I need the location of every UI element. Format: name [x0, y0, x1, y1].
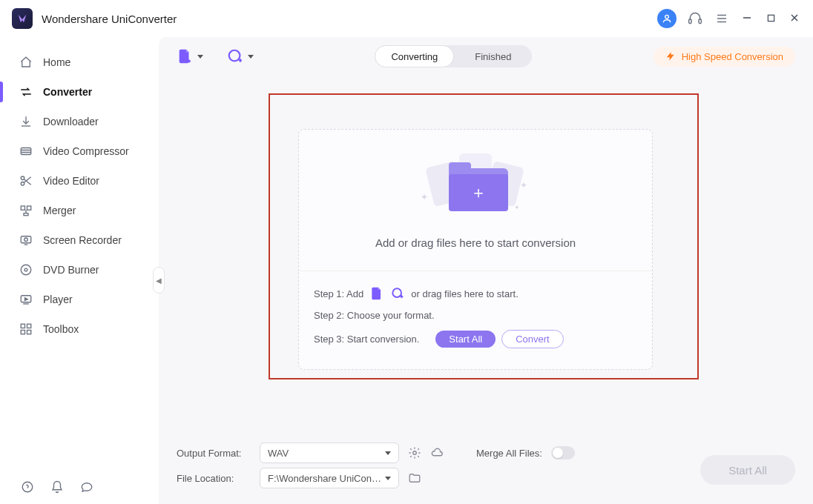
high-speed-conversion-button[interactable]: High Speed Conversion	[654, 47, 795, 67]
sidebar-item-home[interactable]: Home	[0, 47, 159, 77]
svg-rect-14	[27, 206, 31, 210]
svg-rect-2	[699, 19, 701, 24]
toolbar: Converting Finished High Speed Conversio…	[159, 37, 813, 76]
account-button[interactable]	[657, 9, 677, 28]
svg-rect-16	[21, 236, 31, 243]
svg-point-0	[665, 15, 669, 19]
add-file-icon	[177, 48, 193, 64]
maximize-button[interactable]	[764, 13, 777, 24]
scissors-icon	[19, 174, 33, 188]
download-icon	[19, 115, 33, 128]
player-icon	[19, 293, 33, 306]
svg-rect-23	[21, 331, 24, 334]
svg-rect-13	[21, 206, 24, 210]
sidebar-item-video-editor[interactable]: Video Editor	[0, 166, 159, 196]
drop-zone-headline: Add or drag files here to start conversi…	[375, 236, 576, 249]
screen-record-icon	[19, 233, 33, 247]
sidebar-item-converter[interactable]: Converter	[0, 77, 159, 107]
close-button[interactable]	[788, 13, 801, 24]
open-folder-icon[interactable]	[408, 471, 421, 485]
merge-toggle[interactable]	[551, 446, 575, 460]
svg-point-27	[393, 288, 402, 297]
bell-icon[interactable]	[49, 479, 65, 495]
sidebar-item-player[interactable]: Player	[0, 285, 159, 314]
sidebar-item-label: Merger	[43, 205, 76, 216]
start-all-button[interactable]: Start All	[700, 455, 795, 485]
sidebar-item-label: Converter	[43, 86, 92, 98]
footer: Output Format: WAV Merge All Files: File…	[159, 433, 813, 504]
toolbox-icon	[19, 322, 33, 336]
add-url-icon	[227, 48, 243, 64]
folder-artwork: ＋ ✦ ✦ ✦	[416, 152, 535, 219]
svg-rect-7	[768, 15, 774, 21]
step-2: Step 2: Choose your format.	[314, 305, 637, 325]
app-title: Wondershare UniConverter	[42, 13, 177, 25]
svg-point-26	[229, 50, 240, 62]
sidebar-item-label: Player	[43, 294, 73, 305]
merge-icon	[19, 204, 33, 217]
svg-point-19	[24, 268, 27, 271]
minimize-button[interactable]	[740, 13, 754, 24]
sidebar-item-label: Video Compressor	[43, 145, 129, 157]
step-1: Step 1: Add or drag files here to start.	[314, 282, 637, 305]
help-icon[interactable]	[19, 479, 36, 495]
svg-point-11	[21, 176, 24, 180]
sidebar: Home Converter Downloader Video Compress…	[0, 37, 159, 504]
home-icon	[19, 56, 33, 69]
svg-rect-21	[21, 324, 24, 328]
sidebar-item-downloader[interactable]: Downloader	[0, 107, 159, 136]
add-url-icon[interactable]	[390, 286, 405, 301]
cloud-icon[interactable]	[430, 446, 444, 460]
svg-rect-15	[24, 213, 28, 216]
sidebar-item-label: Home	[43, 56, 70, 68]
settings-gear-icon[interactable]	[408, 446, 421, 460]
drop-panel: ＋ ✦ ✦ ✦ Add or drag files here to start …	[298, 129, 653, 370]
converter-icon	[19, 85, 33, 99]
sidebar-item-screen-recorder[interactable]: Screen Recorder	[0, 225, 159, 255]
step-1-suffix: or drag files here to start.	[411, 288, 519, 299]
high-speed-label: High Speed Conversion	[682, 51, 783, 62]
add-url-button[interactable]	[227, 48, 254, 64]
output-format-label: Output Format:	[177, 448, 251, 459]
drop-zone[interactable]: ＋ ✦ ✦ ✦ Add or drag files here to start …	[299, 130, 652, 271]
step-3: Step 3: Start conversion. Start All Conv…	[314, 325, 637, 353]
sidebar-item-toolbox[interactable]: Toolbox	[0, 314, 159, 344]
tab-group: Converting Finished	[375, 45, 532, 67]
output-format-select[interactable]: WAV	[260, 442, 399, 463]
svg-point-12	[21, 182, 24, 186]
svg-point-17	[24, 238, 28, 242]
svg-rect-22	[27, 324, 31, 328]
svg-rect-1	[689, 19, 691, 24]
content-area: ＋ ✦ ✦ ✦ Add or drag files here to start …	[159, 76, 813, 433]
steps-panel: Step 1: Add or drag files here to start.…	[299, 271, 652, 369]
output-format-value: WAV	[268, 448, 289, 459]
tab-finished[interactable]: Finished	[454, 45, 532, 67]
main-panel: Converting Finished High Speed Conversio…	[159, 37, 813, 504]
sidebar-item-label: Video Editor	[43, 175, 99, 187]
sidebar-item-dvd-burner[interactable]: DVD Burner	[0, 255, 159, 285]
convert-pill[interactable]: Convert	[501, 330, 564, 348]
file-location-select[interactable]: F:\Wondershare UniConverter	[260, 468, 399, 488]
start-all-pill[interactable]: Start All	[435, 331, 496, 348]
tab-converting[interactable]: Converting	[375, 45, 454, 67]
disc-icon	[19, 263, 33, 276]
menu-icon[interactable]	[714, 10, 730, 27]
svg-rect-24	[27, 331, 31, 334]
app-logo	[12, 8, 33, 29]
svg-point-28	[413, 451, 417, 455]
svg-rect-10	[21, 148, 31, 155]
sidebar-item-label: DVD Burner	[43, 264, 99, 276]
sidebar-item-merger[interactable]: Merger	[0, 196, 159, 225]
sidebar-item-label: Downloader	[43, 116, 99, 127]
add-files-button[interactable]	[177, 48, 203, 64]
step-1-prefix: Step 1: Add	[314, 288, 363, 299]
svg-point-18	[21, 265, 31, 275]
sidebar-item-video-compressor[interactable]: Video Compressor	[0, 136, 159, 166]
file-location-label: File Location:	[177, 473, 251, 484]
compress-icon	[19, 145, 33, 158]
add-file-icon[interactable]	[369, 286, 384, 301]
sidebar-item-label: Screen Recorder	[43, 234, 122, 246]
merge-label: Merge All Files:	[476, 448, 542, 459]
support-icon[interactable]	[687, 10, 703, 27]
feedback-icon[interactable]	[79, 479, 95, 495]
